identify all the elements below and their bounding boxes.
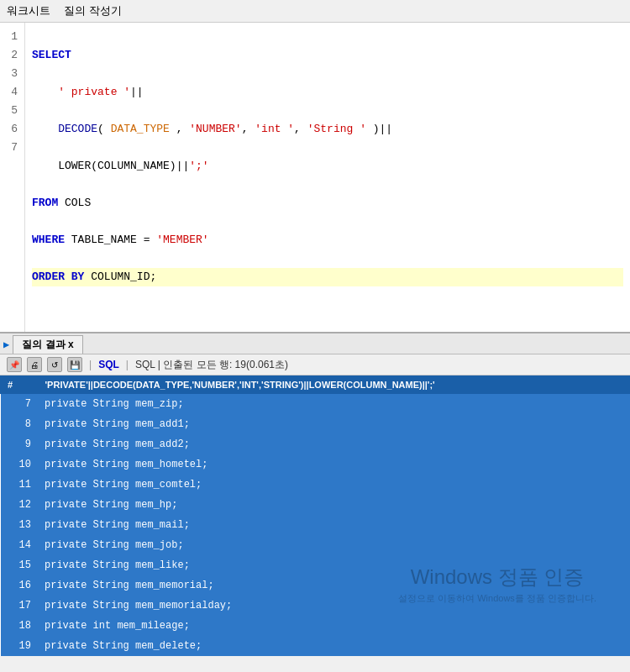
pin-icon[interactable]: 📌	[7, 357, 22, 372]
row-number: 9	[1, 434, 39, 454]
export-icon[interactable]: 💾	[67, 357, 82, 372]
table-row: 9private String mem_add2;	[1, 434, 630, 454]
row-number: 14	[1, 535, 39, 555]
table-row: 13private String mem_mail;	[1, 515, 630, 535]
tab-arrow-icon[interactable]: ▶	[3, 339, 9, 351]
row-number: 13	[1, 515, 39, 535]
row-value: private String mem_mail;	[38, 515, 630, 535]
row-number: 19	[1, 636, 39, 656]
table-row: 10private String mem_hometel;	[1, 454, 630, 475]
row-value: private String mem_memorialday;	[38, 596, 630, 616]
row-number: 18	[1, 616, 39, 636]
print-icon[interactable]: 🖨	[27, 357, 42, 372]
row-value: private String mem_zip;	[38, 394, 630, 415]
table-row: 8private String mem_add1;	[1, 414, 630, 434]
table-row: 14private String mem_job;	[1, 535, 630, 555]
row-number: 11	[1, 475, 39, 495]
row-value: private String mem_hometel;	[38, 454, 630, 475]
row-number: 17	[1, 596, 39, 616]
row-value: private String mem_like;	[38, 555, 630, 575]
table-row: 15private String mem_like;	[1, 555, 630, 575]
row-number: 8	[1, 414, 39, 434]
table-row: 19private String mem_delete;	[1, 636, 630, 656]
status-text: SQL | 인출된 모든 행: 19(0.061초)	[135, 358, 288, 372]
results-toolbar: 📌 🖨 ↺ 💾 | SQL | SQL | 인출된 모든 행: 19(0.061…	[0, 354, 630, 375]
line-numbers: 1 2 3 4 5 6 7	[0, 23, 25, 332]
sql-label: SQL	[98, 359, 119, 370]
row-number: 16	[1, 575, 39, 596]
row-value: private String mem_add1;	[38, 414, 630, 434]
results-table-wrap: # 'PRIVATE'||DECODE(DATA_TYPE,'NUMBER','…	[0, 375, 630, 656]
table-row: 11private String mem_comtel;	[1, 475, 630, 495]
code-editor[interactable]: SELECT ' private '|| DECODE( DATA_TYPE ,…	[25, 23, 630, 332]
row-number: 12	[1, 495, 39, 515]
row-value: private String mem_add2;	[38, 434, 630, 454]
row-value: private String mem_job;	[38, 535, 630, 555]
row-value: private String mem_delete;	[38, 636, 630, 656]
row-value: private String mem_memorial;	[38, 575, 630, 596]
menu-bar: 워크시트 질의 작성기	[0, 0, 630, 23]
results-tab[interactable]: 질의 결과 x	[13, 335, 82, 354]
results-panel: ▶ 질의 결과 x 📌 🖨 ↺ 💾 | SQL | SQL | 인출된 모든 행…	[0, 333, 630, 656]
separator: |	[89, 359, 92, 370]
separator2: |	[126, 359, 129, 370]
col-value-header: 'PRIVATE'||DECODE(DATA_TYPE,'NUMBER','IN…	[38, 376, 630, 394]
row-number: 7	[1, 394, 39, 415]
table-row: 18private int mem_mileage;	[1, 616, 630, 636]
results-table: # 'PRIVATE'||DECODE(DATA_TYPE,'NUMBER','…	[0, 375, 630, 656]
col-rownum-header: #	[1, 376, 39, 394]
table-row: 12private String mem_hp;	[1, 495, 630, 515]
table-row: 16private String mem_memorial;	[1, 575, 630, 596]
table-row: 17private String mem_memorialday;	[1, 596, 630, 616]
editor-area: 1 2 3 4 5 6 7 SELECT ' private '|| DECOD…	[0, 23, 630, 333]
row-value: private String mem_comtel;	[38, 475, 630, 495]
menu-worksheet[interactable]: 워크시트	[7, 3, 50, 18]
results-tab-bar: ▶ 질의 결과 x	[0, 333, 630, 354]
row-number: 10	[1, 454, 39, 475]
row-value: private int mem_mileage;	[38, 616, 630, 636]
row-number: 15	[1, 555, 39, 575]
refresh-icon[interactable]: ↺	[47, 357, 62, 372]
table-row: 7private String mem_zip;	[1, 394, 630, 415]
row-value: private String mem_hp;	[38, 495, 630, 515]
menu-query-builder[interactable]: 질의 작성기	[64, 3, 122, 18]
